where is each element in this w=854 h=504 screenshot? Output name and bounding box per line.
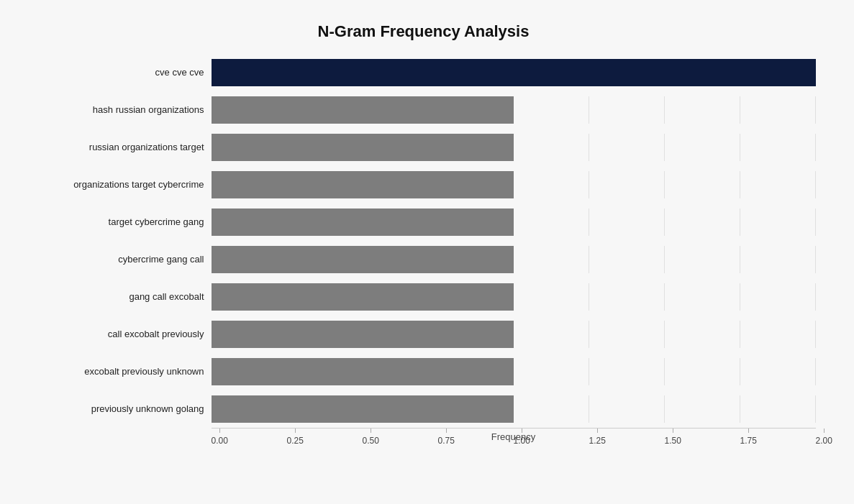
x-tick: 2.00 — [816, 429, 832, 446]
x-tick: 0.75 — [438, 429, 455, 446]
x-tick-line — [673, 429, 673, 433]
bar-fill — [212, 96, 514, 124]
bar-track — [212, 321, 816, 348]
x-tick-line — [446, 429, 447, 433]
chart-title: N-Gram Frequency Analysis — [32, 22, 816, 41]
x-tick-line — [371, 429, 371, 433]
bar-label: gang call excobalt — [32, 291, 212, 302]
bar-label: cybercrime gang call — [32, 254, 212, 265]
chart-container: N-Gram Frequency Analysis cve cve cvehas… — [17, 8, 837, 497]
bar-fill — [212, 395, 514, 423]
x-tick-label-text: 1.00 — [514, 436, 530, 446]
bar-track — [212, 246, 816, 273]
bar-label: cve cve cve — [32, 67, 212, 78]
x-tick-label-text: 0.25 — [287, 436, 304, 446]
bar-row: hash russian organizations — [32, 91, 816, 129]
bar-fill — [212, 171, 514, 198]
bar-label: previously unknown golang — [32, 403, 212, 414]
bar-track — [212, 283, 816, 311]
bar-row: excobalt previously unknown — [32, 353, 816, 390]
bar-track — [212, 96, 816, 124]
x-tick-line — [522, 429, 522, 433]
x-axis: 0.000.250.500.751.001.251.501.752.00Freq… — [212, 428, 816, 464]
bar-fill — [212, 134, 514, 161]
bar-label: hash russian organizations — [32, 104, 212, 115]
x-tick-label-text: 0.50 — [363, 436, 379, 446]
bar-fill — [212, 246, 514, 273]
bar-label: russian organizations target — [32, 142, 212, 152]
x-tick-line — [824, 429, 825, 433]
x-tick: 0.25 — [287, 429, 304, 446]
x-tick: 1.25 — [589, 429, 606, 446]
bar-label: target cybercrime gang — [32, 216, 212, 227]
bar-track — [212, 209, 816, 236]
x-tick: 1.00 — [514, 429, 530, 446]
bar-track — [212, 358, 816, 385]
bar-row: target cybercrime gang — [32, 203, 816, 241]
bar-fill — [212, 283, 514, 311]
bar-track — [212, 59, 816, 86]
bar-fill — [212, 358, 514, 385]
x-tick: 0.50 — [363, 429, 379, 446]
x-tick-label-text: 1.50 — [665, 436, 681, 446]
chart-area: cve cve cvehash russian organizationsrus… — [32, 54, 816, 428]
bar-fill — [212, 321, 514, 348]
x-tick: 1.75 — [740, 429, 757, 446]
bar-row: cybercrime gang call — [32, 241, 816, 278]
bar-fill — [212, 209, 514, 236]
x-tick: 0.00 — [212, 429, 228, 446]
bar-track — [212, 134, 816, 161]
bar-label: call excobalt previously — [32, 329, 212, 339]
bar-row: previously unknown golang — [32, 390, 816, 428]
bar-row: gang call excobalt — [32, 278, 816, 316]
x-tick-line — [295, 429, 296, 433]
x-tick-line — [597, 429, 598, 433]
x-tick-line — [219, 429, 220, 433]
bar-row: cve cve cve — [32, 54, 816, 91]
bar-label: excobalt previously unknown — [32, 366, 212, 377]
x-tick-label-text: 0.75 — [438, 436, 455, 446]
x-tick: 1.50 — [665, 429, 681, 446]
x-tick-label-text: 1.75 — [740, 436, 757, 446]
bar-label: organizations target cybercrime — [32, 179, 212, 190]
bar-fill — [212, 59, 816, 86]
x-tick-label-text: 0.00 — [212, 436, 228, 446]
x-tick-label-text: 1.25 — [589, 436, 606, 446]
x-tick-label-text: 2.00 — [816, 436, 832, 446]
bar-row: call excobalt previously — [32, 316, 816, 353]
bar-track — [212, 171, 816, 198]
bar-row: russian organizations target — [32, 129, 816, 166]
x-tick-line — [748, 429, 749, 433]
bar-row: organizations target cybercrime — [32, 166, 816, 203]
bar-track — [212, 395, 816, 423]
